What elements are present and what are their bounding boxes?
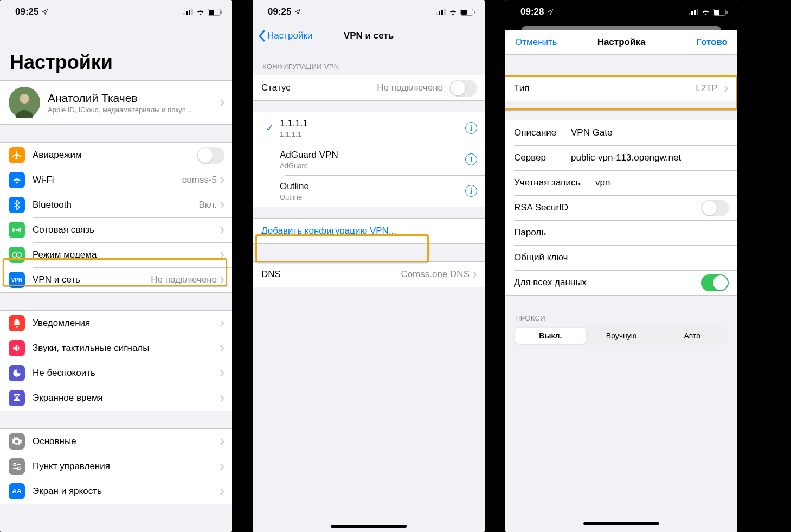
row-value[interactable]: vpn	[595, 177, 610, 188]
vpn-config-row[interactable]: ✓ 1.1.1.1 1.1.1.1 i	[253, 112, 485, 144]
screen-settings: 09:25 Настройки Анатолий Ткачев Apple ID…	[0, 0, 232, 532]
chevron-icon	[220, 227, 224, 234]
notifications-row[interactable]: Уведомления	[0, 311, 232, 336]
vpn-status-toggle[interactable]	[449, 80, 477, 97]
seg-auto[interactable]: Авто	[657, 328, 728, 344]
location-icon	[547, 9, 554, 15]
vpn-network-row[interactable]: VPN VPN и сеть Не подключено	[0, 267, 232, 292]
location-icon	[294, 9, 301, 15]
moon-icon	[9, 365, 25, 381]
status-bar: 09:28	[505, 0, 737, 24]
svg-point-11	[17, 253, 21, 257]
bell-icon	[9, 315, 25, 331]
airplane-row[interactable]: Авиарежим	[0, 143, 232, 168]
airplane-icon	[9, 147, 25, 163]
row-label: Основные	[33, 436, 220, 447]
sliders-icon	[9, 458, 25, 475]
svg-rect-18	[441, 10, 443, 15]
info-icon[interactable]: i	[465, 153, 477, 165]
vpn-config-row[interactable]: Outline Outline i	[253, 175, 485, 207]
account-row[interactable]: Учетная запись vpn	[505, 170, 737, 195]
svg-rect-21	[461, 10, 467, 15]
bluetooth-row[interactable]: Bluetooth Вкл.	[0, 193, 232, 217]
row-label: Wi-Fi	[33, 175, 182, 185]
wifi-icon	[701, 9, 710, 15]
vpn-status-row: Статус Не подключено	[253, 75, 485, 100]
all-data-toggle[interactable]	[701, 274, 729, 291]
proxy-segmented[interactable]: Выкл. Вручную Авто	[514, 326, 729, 345]
chevron-left-icon	[258, 30, 265, 42]
speaker-icon	[9, 340, 25, 356]
done-button[interactable]: Готово	[696, 37, 732, 48]
display-row[interactable]: AA Экран и яркость	[0, 479, 232, 504]
chevron-icon	[220, 202, 224, 209]
chevron-icon	[220, 320, 224, 327]
seg-off[interactable]: Выкл.	[515, 328, 586, 344]
gear-icon	[9, 433, 25, 450]
row-value[interactable]: VPN Gate	[571, 127, 613, 138]
profile-name: Анатолий Ткачев	[48, 92, 220, 105]
row-label: Тип	[514, 83, 696, 94]
secret-row[interactable]: Общий ключ	[505, 245, 737, 270]
status-time: 09:25	[268, 7, 291, 17]
cellular-row[interactable]: Сотовая связь	[0, 217, 232, 242]
profile-row[interactable]: Анатолий Ткачев Apple ID, iCloud, медиам…	[0, 81, 232, 124]
chevron-icon	[220, 345, 224, 352]
back-button[interactable]: Настройки	[258, 30, 312, 42]
airplane-toggle[interactable]	[197, 147, 224, 164]
chevron-icon	[220, 252, 224, 259]
row-detail: Не подключено	[151, 274, 217, 285]
vpn-icon: VPN	[9, 272, 25, 288]
row-label: Экран и яркость	[33, 486, 220, 497]
dnd-row[interactable]: Не беспокоить	[0, 361, 232, 386]
info-icon[interactable]: i	[465, 122, 477, 134]
dns-row[interactable]: DNS Comss.one DNS	[253, 262, 485, 287]
seg-manual[interactable]: Вручную	[586, 328, 657, 344]
row-label: Учетная запись	[514, 177, 606, 188]
status-bar: 09:25	[253, 0, 485, 24]
control-center-row[interactable]: Пункт управления	[0, 454, 232, 479]
password-row[interactable]: Пароль	[505, 220, 737, 245]
description-row[interactable]: Описание VPN Gate	[505, 120, 737, 145]
row-label: Авиарежим	[33, 150, 197, 161]
wifi-row[interactable]: Wi-Fi comss-5	[0, 168, 232, 193]
cellular-icon	[183, 9, 193, 15]
sounds-row[interactable]: Звуки, тактильные сигналы	[0, 336, 232, 361]
vpn-subtitle: 1.1.1.1	[280, 130, 465, 138]
vpn-subtitle: AdGuard	[280, 162, 465, 170]
screentime-row[interactable]: Экранное время	[0, 386, 232, 411]
general-row[interactable]: Основные	[0, 429, 232, 454]
row-detail: Comss.one DNS	[401, 269, 470, 280]
add-label: Добавить конфигурацию VPN...	[261, 226, 396, 236]
row-label: Звуки, тактильные сигналы	[33, 343, 220, 354]
row-label: RSA SecurID	[514, 202, 701, 213]
row-label: Экранное время	[33, 393, 220, 403]
chevron-icon	[220, 395, 224, 402]
chevron-icon	[473, 271, 477, 278]
row-value[interactable]: public-vpn-113.opengw.net	[571, 152, 681, 163]
hotspot-row[interactable]: Режим модема	[0, 242, 232, 267]
section-header: ПРОКСИ	[505, 296, 737, 326]
profile-subtitle: Apple ID, iCloud, медиаматериалы и покуп…	[48, 106, 220, 114]
cancel-button[interactable]: Отменить	[511, 37, 557, 48]
add-vpn-config-row[interactable]: Добавить конфигурацию VPN...	[253, 219, 485, 243]
chevron-icon	[724, 85, 729, 92]
vpn-config-row[interactable]: AdGuard VPN AdGuard i	[253, 144, 485, 175]
row-label: Bluetooth	[33, 200, 198, 210]
hourglass-icon	[9, 390, 25, 406]
rsa-toggle[interactable]	[701, 200, 729, 216]
info-icon[interactable]: i	[465, 185, 477, 197]
avatar	[9, 87, 40, 118]
home-indicator	[331, 525, 407, 528]
svg-rect-24	[691, 11, 693, 15]
server-row[interactable]: Сервер public-vpn-113.opengw.net	[505, 145, 737, 170]
wifi-appicon	[9, 172, 25, 188]
row-detail: Не подключено	[377, 82, 443, 93]
status-bar: 09:25	[0, 0, 232, 24]
svg-point-12	[14, 463, 16, 466]
vpn-title: 1.1.1.1	[280, 118, 465, 129]
wifi-icon	[196, 9, 205, 15]
home-indicator	[583, 522, 659, 525]
type-row[interactable]: Тип L2TP	[505, 76, 737, 101]
status-time: 09:25	[15, 7, 38, 17]
